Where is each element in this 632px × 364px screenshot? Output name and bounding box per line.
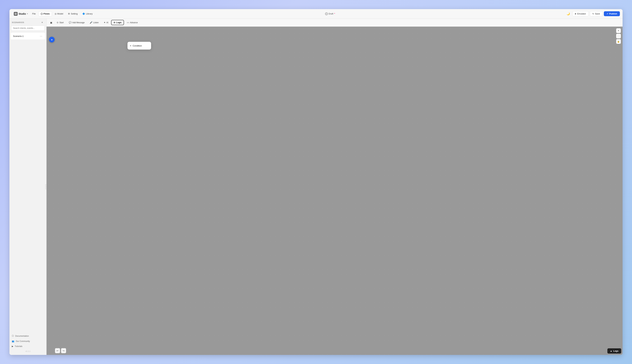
draft-asterisk: * [334, 12, 335, 15]
svg-rect-0 [15, 13, 16, 14]
listen-icon: 🎤 [90, 21, 92, 24]
file-button[interactable]: File [30, 12, 38, 16]
header-left: Studio ▾ File ⬡ Flows ◎ Model ⚙ Setting [12, 11, 95, 17]
listen-tool-button[interactable]: 🎤 Listen [88, 20, 101, 25]
refresh-icon: ↻ [592, 13, 594, 15]
studio-button[interactable]: Studio ▾ [12, 11, 30, 17]
gear-icon: ⚙ [68, 12, 70, 15]
scenario-more-button[interactable]: ⋯ [39, 34, 43, 38]
model-icon: ◎ [55, 12, 57, 15]
add-message-tool-button[interactable]: 💬 Add Message [67, 20, 87, 25]
info-icon: ⓘ [12, 334, 14, 337]
studio-label: Studio [19, 12, 26, 15]
canvas-main[interactable]: ➤ ≡ Condition + ⛶ [47, 27, 622, 355]
logs-button[interactable]: ▲ Logs [607, 348, 621, 354]
search-input[interactable] [11, 26, 45, 31]
canvas-bottom-toolbar: ↩ ↪ [55, 348, 66, 353]
logic-icon: ⊙ [114, 21, 115, 24]
canvas-wrapper: ▣ ⊙ Start 💬 Add Message 🎤 Listen ✦ AI [47, 18, 622, 355]
flows-label: Flows [44, 12, 50, 15]
plus-zoom-icon: + [618, 29, 619, 32]
zoom-in-button[interactable]: + [616, 28, 621, 33]
sidebar: SCENARIOS + Scenerio-1 ⋯ ⓘ Documentation… [10, 18, 47, 355]
play-icon: ▶ [575, 13, 576, 15]
add-scenario-button[interactable]: + [40, 20, 44, 24]
redo-button[interactable]: ↪ [61, 348, 66, 353]
advance-label: Advance [130, 22, 138, 24]
community-link[interactable]: 👥 Our Community [12, 340, 44, 343]
logs-chevron-icon: ▲ [610, 350, 612, 352]
check-icon: ✓ [606, 12, 608, 15]
sidebar-footer: ⓘ Documentation 👥 Our Community ▶ Tutori… [10, 332, 46, 355]
cursor-icon: ➤ [51, 38, 53, 41]
tutorials-label: Tutorials [15, 345, 23, 348]
message-icon: 💬 [69, 21, 72, 24]
logs-label: Logs [613, 350, 618, 352]
condition-popup: ≡ Condition [128, 42, 151, 50]
library-icon: 🔷 [82, 12, 85, 15]
condition-item[interactable]: ≡ Condition [128, 43, 151, 48]
file-label: File [32, 12, 36, 15]
fullscreen-icon: ⛶ [617, 35, 619, 37]
start-icon: ⊙ [57, 21, 59, 24]
documentation-label: Documentation [15, 335, 29, 337]
draft-badge: Draft * [325, 12, 335, 15]
library-label: Library [86, 12, 93, 15]
header-right: 🌙 ▶ Emulator ↻ Save ✓ Publish [565, 11, 620, 17]
ai-label: AI [106, 22, 108, 24]
setting-button[interactable]: ⚙ Setting [66, 12, 80, 16]
community-icon: 👥 [12, 340, 14, 342]
listen-label: Listen [93, 22, 99, 24]
ai-icon: ✦ [104, 21, 106, 24]
sidebar-header: SCENARIOS + [10, 18, 46, 26]
condition-lines-icon: ≡ [130, 44, 131, 47]
tutorials-link[interactable]: ▶ Tutorials [12, 344, 44, 348]
condition-label: Condition [133, 44, 142, 47]
publish-button[interactable]: ✓ Publish [604, 11, 620, 16]
dark-mode-button[interactable]: 🌙 [565, 11, 571, 17]
panels-icon: ▣ [50, 21, 52, 24]
studio-icon [14, 12, 18, 16]
add-message-label: Add Message [72, 22, 85, 24]
sidebar-toggle-button[interactable]: ▣ [49, 20, 54, 25]
start-label: Start [59, 22, 64, 24]
undo-icon: ↩ [57, 349, 59, 352]
canvas-toolbar: ▣ ⊙ Start 💬 Add Message 🎤 Listen ✦ AI [47, 18, 622, 27]
more-icon: ⋯ [40, 34, 42, 38]
svg-point-4 [326, 14, 327, 14]
advance-tool-button[interactable]: <> Advance [125, 20, 140, 25]
start-tool-button[interactable]: ⊙ Start [55, 20, 66, 25]
scenario-name: Scenerio-1 [13, 35, 24, 38]
ai-tool-button[interactable]: ✦ AI [102, 20, 111, 25]
code-icon: <> [127, 22, 129, 24]
flows-icon: ⬡ [41, 12, 43, 15]
setting-label: Setting [71, 12, 78, 15]
flows-button[interactable]: ⬡ Flows [39, 11, 52, 16]
tutorials-icon: ▶ [12, 345, 13, 348]
main-area: SCENARIOS + Scenerio-1 ⋯ ⓘ Documentation… [10, 18, 622, 355]
scenarios-title: SCENARIOS [12, 22, 24, 24]
save-label: Save [595, 12, 600, 15]
model-button[interactable]: ◎ Model [53, 12, 65, 16]
documentation-link[interactable]: ⓘ Documentation [12, 334, 44, 338]
zoom-controls: + ⛶ 🔒 [616, 28, 621, 44]
fullscreen-button[interactable]: ⛶ [616, 34, 621, 38]
lock-icon: 🔒 [617, 40, 620, 43]
draft-label: Draft [329, 12, 333, 15]
header-center: Draft * [95, 12, 565, 15]
plus-icon: + [42, 21, 43, 24]
redo-icon: ↪ [63, 349, 65, 352]
logic-tool-button[interactable]: ⊙ Logic [111, 20, 124, 25]
lock-button[interactable]: 🔒 [616, 39, 621, 44]
library-button[interactable]: 🔷 Library [80, 12, 95, 16]
publish-label: Publish [609, 12, 617, 15]
emulator-label: Emulator [577, 12, 586, 15]
emulator-button[interactable]: ▶ Emulator [572, 11, 588, 16]
undo-button[interactable]: ↩ [55, 348, 60, 353]
save-button[interactable]: ↻ Save [590, 11, 602, 16]
svg-rect-3 [16, 14, 17, 15]
scenario-item[interactable]: Scenerio-1 ⋯ [11, 32, 45, 40]
header: Studio ▾ File ⬡ Flows ◎ Model ⚙ Setting [10, 9, 622, 18]
svg-rect-1 [16, 13, 17, 14]
cursor-node: ➤ [49, 37, 55, 42]
